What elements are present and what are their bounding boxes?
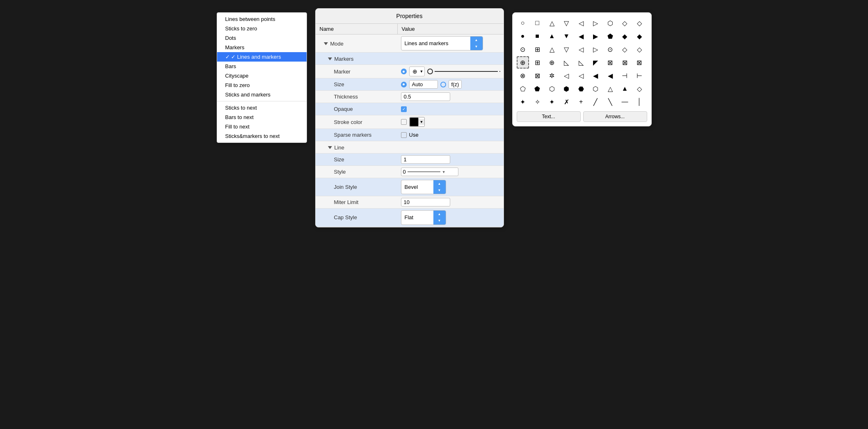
marker-cell[interactable]: ⬡ [589,83,602,95]
size-radio-1[interactable] [401,82,407,87]
marker-cell[interactable]: △ [546,17,558,29]
marker-cell[interactable]: ⬠ [517,83,529,95]
marker-cell[interactable]: ⬢ [560,83,573,95]
marker-cell[interactable]: ✗ [560,96,573,108]
marker-cell[interactable]: ✧ [531,96,543,108]
marker-cell[interactable]: ⬡ [546,83,558,95]
menu-item-sticks-to-next[interactable]: Sticks to next [217,103,307,112]
marker-cell[interactable]: ⊠ [604,56,616,69]
marker-cell[interactable]: ◀ [604,69,616,82]
marker-cell[interactable]: □ [531,17,543,29]
marker-cell[interactable]: ◁ [575,17,587,29]
marker-cell[interactable]: ◇ [633,83,646,95]
text-button[interactable]: Text... [517,111,581,122]
marker-cell[interactable]: ⬣ [575,83,587,95]
marker-cell[interactable]: △ [604,83,616,95]
marker-cell[interactable]: │ [633,96,646,108]
marker-cell[interactable]: ⊠ [633,56,646,69]
marker-cell[interactable]: ╱ [589,96,602,108]
menu-item-cityscape[interactable]: Cityscape [217,71,307,80]
marker-cell[interactable]: ⊣ [618,69,631,82]
arrows-button[interactable]: Arrows... [583,111,647,122]
marker-cell[interactable]: ◀ [589,69,602,82]
marker-cell[interactable]: ■ [531,30,543,42]
marker-cell[interactable]: ◇ [618,43,631,55]
marker-cell[interactable]: ✲ [546,69,558,82]
line-style-select[interactable]: 0 ▼ [401,167,458,176]
marker-cell[interactable]: ● [517,30,529,42]
markers-toggle-icon[interactable] [328,57,332,60]
marker-cell[interactable]: ◁ [560,69,573,82]
marker-cell[interactable]: ⬟ [531,83,543,95]
join-style-select[interactable]: Bevel ▲ ▼ [401,180,446,194]
marker-cell[interactable]: △ [546,43,558,55]
menu-item-bars[interactable]: Bars [217,62,307,71]
marker-cell[interactable]: ⊕ [546,56,558,69]
menu-item-markers[interactable]: Markers [217,43,307,52]
marker-cell[interactable]: ▼ [560,30,573,42]
marker-cell[interactable]: ⊠ [531,69,543,82]
marker-cell[interactable]: ◺ [575,56,587,69]
color-dropdown-arrow[interactable]: ▼ [419,119,425,125]
marker-cell[interactable]: ✦ [546,96,558,108]
fz-label[interactable]: f(z) [449,80,462,89]
join-style-arrows[interactable]: ▲ ▼ [433,180,446,194]
marker-cell[interactable]: ⊠ [618,56,631,69]
marker-cell[interactable]: — [618,96,631,108]
marker-cell[interactable]: ○ [517,17,529,29]
properties-scroll[interactable]: Mode Lines and markers ▲ ▼ Markers [316,34,504,227]
menu-item-lines-between-points[interactable]: Lines between points [217,14,307,24]
marker-cell[interactable]: ▷ [589,17,602,29]
marker-cell[interactable]: ⊙ [517,43,529,55]
mode-select-arrows[interactable]: ▲ ▼ [470,37,483,50]
marker-cell[interactable]: ▲ [546,30,558,42]
menu-item-dots[interactable]: Dots [217,33,307,43]
marker-cell[interactable]: ◇ [633,17,646,29]
marker-radio-1[interactable] [401,69,407,74]
marker-cell[interactable]: ▲ [618,83,631,95]
marker-cell[interactable]: ▽ [560,17,573,29]
marker-selector-btn[interactable]: ⊕ ▼ [409,67,425,76]
marker-cell[interactable]: ⊙ [604,43,616,55]
marker-cell[interactable]: + [575,96,587,108]
marker-cell[interactable]: ⬡ [604,17,616,29]
menu-item-fill-to-next[interactable]: Fill to next [217,122,307,131]
cap-style-select[interactable]: Flat ▲ ▼ [401,210,446,225]
size-input[interactable]: Auto [409,80,438,89]
marker-cell[interactable]: ◆ [633,30,646,42]
marker-cell[interactable]: ⊗ [517,69,529,82]
marker-cell[interactable]: ◤ [589,56,602,69]
line-toggle-icon[interactable] [328,146,332,149]
size-radio-2[interactable] [440,82,446,87]
marker-cell[interactable]: ▶ [589,30,602,42]
menu-item-sticks-and-markers[interactable]: Sticks and markers [217,90,307,99]
marker-cell[interactable]: ◁ [575,43,587,55]
marker-dropdown-arrow[interactable]: ▼ [420,69,424,73]
menu-item-bars-to-next[interactable]: Bars to next [217,112,307,122]
menu-item-sticks-markers-to-next[interactable]: Sticks&markers to next [217,131,307,141]
marker-cell[interactable]: ⊞ [531,56,543,69]
cap-style-arrows[interactable]: ▲ ▼ [433,211,446,224]
marker-cell[interactable]: ▷ [589,43,602,55]
menu-item-sticks-to-zero[interactable]: Sticks to zero [217,24,307,33]
marker-cell[interactable]: ⬟ [604,30,616,42]
menu-item-fill-to-zero[interactable]: Fill to zero [217,80,307,90]
miter-limit-input[interactable]: 10 [401,198,450,206]
marker-cell[interactable]: ⊞ [531,43,543,55]
marker-cell[interactable]: ⊕ [517,56,529,69]
marker-cell[interactable]: ✦ [517,96,529,108]
marker-cell[interactable]: ◇ [618,17,631,29]
marker-cell[interactable]: ╲ [604,96,616,108]
marker-cell[interactable]: ◺ [560,56,573,69]
marker-cell[interactable]: ⊢ [633,69,646,82]
mode-toggle-icon[interactable] [324,42,328,45]
stroke-color-swatch[interactable]: ▼ [409,117,425,127]
menu-item-lines-and-markers[interactable]: ✓ Lines and markers [217,52,307,62]
marker-cell[interactable]: ▽ [560,43,573,55]
marker-cell[interactable]: ◆ [618,30,631,42]
marker-cell[interactable]: ◀ [575,30,587,42]
opaque-checkbox[interactable]: ✓ [401,106,407,112]
sparse-markers-checkbox[interactable] [401,132,407,138]
mode-select[interactable]: Lines and markers ▲ ▼ [401,36,483,50]
marker-cell[interactable]: ◁ [575,69,587,82]
